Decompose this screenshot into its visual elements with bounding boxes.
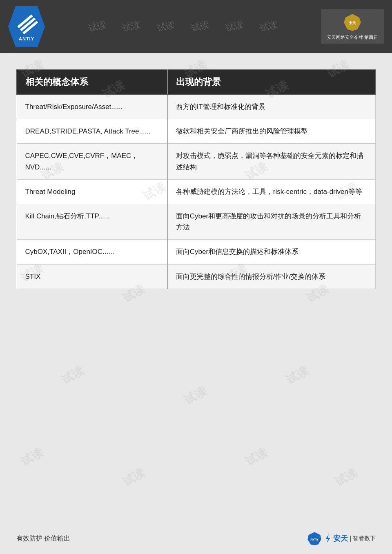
concept-cell-3: Threat Modeling: [17, 179, 167, 204]
col2-header: 出现的背景: [167, 70, 375, 94]
wm-body-16: 试读: [283, 363, 311, 388]
wm-body-14: 试读: [59, 363, 86, 388]
concept-cell-4: Kill Chain,钻石分析,TTP......: [17, 204, 167, 239]
concept-cell-5: CybOX,TAXII，OpenIOC......: [17, 240, 167, 264]
header-watermarks: 试读 试读 试读 试读 试读 试读: [45, 20, 321, 33]
header-brand: 安天 安天网络安全令牌 第四届: [321, 9, 384, 44]
background-cell-4: 面向Cyber和更高强度的攻击和对抗的场景的分析工具和分析方法: [167, 204, 375, 239]
watermark-6: 试读: [258, 18, 279, 35]
concept-cell-6: STIX: [17, 264, 167, 289]
concept-cell-2: CAPEC,CWE,CVE,CVRF，MAEC，NVD......: [17, 144, 167, 179]
col1-header: 相关的概念体系: [17, 70, 167, 94]
footer-brand-name: 安天: [333, 534, 348, 543]
background-cell-1: 微软和相关安全厂商所推出的风险管理模型: [167, 119, 375, 144]
background-cell-6: 面向更完整的综合性的情报分析/作业/交换的体系: [167, 264, 375, 289]
background-cell-5: 面向Cyber和信息交换的描述和标准体系: [167, 240, 375, 264]
concept-cell-0: Threat/Risk/Exposure/Asset......: [17, 94, 167, 119]
background-cell-3: 各种威胁建模的方法论，工具，risk-centric，data-driven等等: [167, 179, 375, 204]
footer-brand: ANTIY 安天 | 智者数下: [307, 531, 376, 546]
table-row: DREAD,STRIDE,PASTA, Attack Tree......微软和…: [17, 119, 375, 144]
lightning-icon: [324, 534, 332, 543]
table-row: STIX面向更完整的综合性的情报分析/作业/交换的体系: [17, 264, 375, 289]
footer-slogan: 有效防护 价值输出: [16, 534, 70, 543]
footer: 有效防护 价值输出 ANTIY 安天 | 智者数下: [0, 531, 392, 546]
brand-subtitle: 安天网络安全令牌 第四届: [327, 34, 378, 40]
wm-body-19: 试读: [243, 445, 270, 469]
concept-cell-1: DREAD,STRIDE,PASTA, Attack Tree......: [17, 119, 167, 144]
wm-body-15: 试读: [181, 383, 209, 408]
background-cell-0: 西方的IT管理和标准化的背景: [167, 94, 375, 119]
brand-icon: 安天: [342, 12, 363, 33]
main-content: 相关的概念体系 出现的背景 Threat/Risk/Exposure/Asset…: [0, 53, 392, 297]
background-cell-2: 对攻击模式，脆弱点，漏洞等各种基础的安全元素的标定和描述结构: [167, 144, 375, 179]
footer-logo-icon: ANTIY: [307, 531, 322, 546]
logo-text: ANTIY: [19, 36, 34, 41]
footer-sub-slogan: 智者数下: [353, 535, 376, 542]
watermark-2: 试读: [121, 18, 142, 35]
table-row: CAPEC,CWE,CVE,CVRF，MAEC，NVD......对攻击模式，脆…: [17, 144, 375, 179]
header: ANTIY 试读 试读 试读 试读 试读 试读 安天 安天网络安全令牌 第四届: [0, 0, 392, 53]
watermark-5: 试读: [224, 18, 245, 35]
concept-table: 相关的概念体系 出现的背景 Threat/Risk/Exposure/Asset…: [16, 69, 376, 289]
svg-marker-7: [325, 534, 330, 543]
table-row: CybOX,TAXII，OpenIOC......面向Cyber和信息交换的描述…: [17, 240, 375, 264]
watermark-3: 试读: [156, 18, 176, 35]
wm-body-17: 试读: [18, 445, 45, 469]
svg-text:安天: 安天: [349, 21, 356, 25]
watermark-1: 试读: [87, 18, 107, 35]
logo-icon: [16, 12, 38, 35]
wm-body-20: 试读: [332, 465, 360, 490]
logo: ANTIY: [8, 6, 45, 47]
watermark-4: 试读: [190, 18, 210, 35]
svg-text:ANTIY: ANTIY: [310, 538, 318, 541]
table-row: Threat Modeling各种威胁建模的方法论，工具，risk-centri…: [17, 179, 375, 204]
table-row: Kill Chain,钻石分析,TTP......面向Cyber和更高强度的攻击…: [17, 204, 375, 239]
table-row: Threat/Risk/Exposure/Asset......西方的IT管理和…: [17, 94, 375, 119]
wm-body-18: 试读: [120, 465, 147, 490]
